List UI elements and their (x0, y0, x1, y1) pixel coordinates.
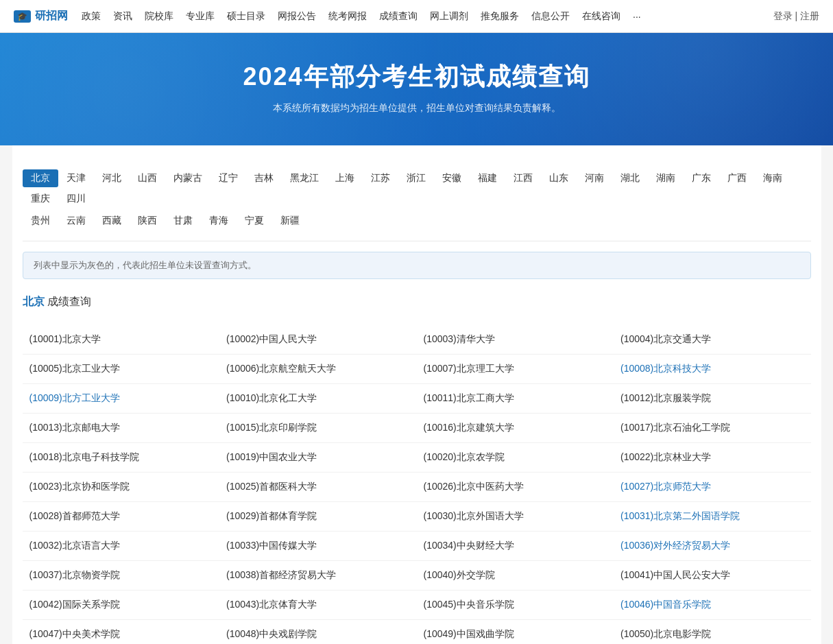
university-cell: (10013)北京邮电大学 (23, 414, 220, 443)
province-btn[interactable]: 宁夏 (237, 212, 272, 230)
university-cell[interactable]: (10031)北京第二外国语学院 (614, 502, 811, 532)
nav-item[interactable]: 院校库 (145, 10, 173, 21)
province-btn[interactable]: 陕西 (130, 212, 165, 230)
university-cell: (10040)外交学院 (417, 561, 614, 591)
university-cell[interactable]: (10009)北方工业大学 (23, 384, 220, 414)
university-cell: (10017)北京石油化工学院 (614, 414, 811, 443)
province-btn[interactable]: 云南 (58, 212, 94, 230)
login-link[interactable]: 登录 (773, 10, 793, 21)
table-row: (10009)北方工业大学(10010)北京化工大学(10011)北京工商大学(… (23, 384, 811, 414)
university-cell: (10020)北京农学院 (417, 443, 614, 473)
province-btn[interactable]: 上海 (327, 169, 363, 187)
province-btn[interactable]: 安徽 (434, 169, 470, 187)
province-btn[interactable]: 山东 (541, 169, 577, 187)
table-row: (10037)北京物资学院(10038)首都经济贸易大学(10040)外交学院(… (23, 561, 811, 591)
province-btn[interactable]: 黑龙江 (282, 169, 327, 187)
province-btn[interactable]: 广西 (719, 169, 755, 187)
notice-bar: 列表中显示为灰色的，代表此招生单位未设置查询方式。 (23, 252, 811, 279)
province-row-1: 北京天津河北山西内蒙古辽宁吉林黑龙江上海江苏浙江安徽福建江西山东河南湖北湖南广东… (23, 169, 811, 208)
province-btn[interactable]: 青海 (201, 212, 237, 230)
university-cell: (10047)中央美术学院 (23, 620, 220, 645)
university-cell: (10034)中央财经大学 (417, 532, 614, 561)
nav-item[interactable]: 成绩查询 (379, 10, 418, 21)
university-cell: (10026)北京中医药大学 (417, 473, 614, 502)
province-btn[interactable]: 山西 (130, 169, 165, 187)
university-cell: (10049)中国戏曲学院 (417, 620, 614, 645)
university-link[interactable]: (10027)北京师范大学 (620, 481, 711, 492)
university-cell: (10012)北京服装学院 (614, 384, 811, 414)
university-cell[interactable]: (10046)中国音乐学院 (614, 591, 811, 620)
province-btn[interactable]: 浙江 (398, 169, 434, 187)
province-btn[interactable]: 甘肃 (165, 212, 201, 230)
province-btn[interactable]: 河南 (577, 169, 612, 187)
province-btn[interactable]: 四川 (58, 190, 94, 208)
hero-subtitle: 本系统所有数据均为招生单位提供，招生单位对查询结果负责解释。 (14, 102, 819, 115)
university-cell: (10028)首都师范大学 (23, 502, 220, 532)
nav-item[interactable]: 资讯 (113, 10, 132, 21)
nav-item[interactable]: 网报公告 (278, 10, 316, 21)
nav-item[interactable]: 硕士目录 (227, 10, 265, 21)
province-btn[interactable]: 贵州 (23, 212, 58, 230)
table-row: (10013)北京邮电大学(10015)北京印刷学院(10016)北京建筑大学(… (23, 414, 811, 443)
province-btn[interactable]: 辽宁 (210, 169, 246, 187)
university-cell[interactable]: (10036)对外经济贸易大学 (614, 532, 811, 561)
nav-item[interactable]: 网上调剂 (430, 10, 468, 21)
university-cell: (10041)中国人民公安大学 (614, 561, 811, 591)
university-cell: (10007)北京理工大学 (417, 355, 614, 384)
university-cell: (10045)中央音乐学院 (417, 591, 614, 620)
university-cell: (10010)北京化工大学 (219, 384, 417, 414)
province-btn[interactable]: 海南 (755, 169, 790, 187)
table-row: (10001)北京大学(10002)中国人民大学(10003)清华大学(1000… (23, 325, 811, 355)
table-row: (10023)北京协和医学院(10025)首都医科大学(10026)北京中医药大… (23, 473, 811, 502)
university-link[interactable]: (10009)北方工业大学 (29, 392, 120, 403)
province-btn[interactable]: 新疆 (272, 212, 308, 230)
site-logo[interactable]: 🎓 研招网 (14, 9, 68, 23)
hero-title: 2024年部分考生初试成绩查询 (14, 60, 819, 94)
province-btn[interactable]: 江西 (505, 169, 541, 187)
province-btn[interactable]: 湖北 (612, 169, 648, 187)
nav-item[interactable]: 推免服务 (481, 10, 519, 21)
hero-banner: 2024年部分考生初试成绩查询 本系统所有数据均为招生单位提供，招生单位对查询结… (0, 33, 833, 145)
logo-icon: 🎓 (14, 10, 31, 23)
nav-item[interactable]: ··· (633, 11, 641, 22)
province-btn[interactable]: 北京 (23, 169, 58, 187)
university-link[interactable]: (10036)对外经济贸易大学 (620, 540, 730, 551)
university-cell: (10043)北京体育大学 (219, 591, 417, 620)
university-cell[interactable]: (10027)北京师范大学 (614, 473, 811, 502)
province-btn[interactable]: 天津 (58, 169, 94, 187)
nav-item[interactable]: 统考网报 (328, 10, 367, 21)
nav-item[interactable]: 专业库 (186, 10, 215, 21)
university-cell: (10004)北京交通大学 (614, 325, 811, 355)
province-btn[interactable]: 湖南 (648, 169, 684, 187)
university-cell: (10018)北京电子科技学院 (23, 443, 220, 473)
university-cell: (10005)北京工业大学 (23, 355, 220, 384)
nav-item[interactable]: 信息公开 (531, 10, 570, 21)
university-link[interactable]: (10046)中国音乐学院 (620, 599, 711, 610)
university-cell: (10002)中国人民大学 (219, 325, 417, 355)
province-btn[interactable]: 福建 (470, 169, 505, 187)
province-btn[interactable]: 西藏 (94, 212, 130, 230)
table-row: (10032)北京语言大学(10033)中国传媒大学(10034)中央财经大学(… (23, 532, 811, 561)
university-link[interactable]: (10008)北京科技大学 (620, 363, 711, 374)
auth-separator: | (795, 10, 797, 21)
table-row: (10028)首都师范大学(10029)首都体育学院(10030)北京外国语大学… (23, 502, 811, 532)
university-cell: (10033)中国传媒大学 (219, 532, 417, 561)
province-btn[interactable]: 河北 (94, 169, 130, 187)
province-btn[interactable]: 吉林 (246, 169, 282, 187)
register-link[interactable]: 注册 (800, 10, 819, 21)
university-cell: (10003)清华大学 (417, 325, 614, 355)
logo-text: 研招网 (35, 9, 68, 23)
university-cell: (10023)北京协和医学院 (23, 473, 220, 502)
section-city: 北京 (23, 296, 45, 307)
university-cell: (10029)首都体育学院 (219, 502, 417, 532)
university-cell: (10019)中国农业大学 (219, 443, 417, 473)
nav-item[interactable]: 政策 (82, 10, 101, 21)
university-cell[interactable]: (10008)北京科技大学 (614, 355, 811, 384)
province-btn[interactable]: 内蒙古 (165, 169, 210, 187)
university-link[interactable]: (10031)北京第二外国语学院 (620, 510, 740, 521)
province-btn[interactable]: 广东 (684, 169, 719, 187)
university-cell: (10030)北京外国语大学 (417, 502, 614, 532)
nav-item[interactable]: 在线咨询 (582, 10, 620, 21)
province-btn[interactable]: 江苏 (363, 169, 398, 187)
province-btn[interactable]: 重庆 (23, 190, 58, 208)
